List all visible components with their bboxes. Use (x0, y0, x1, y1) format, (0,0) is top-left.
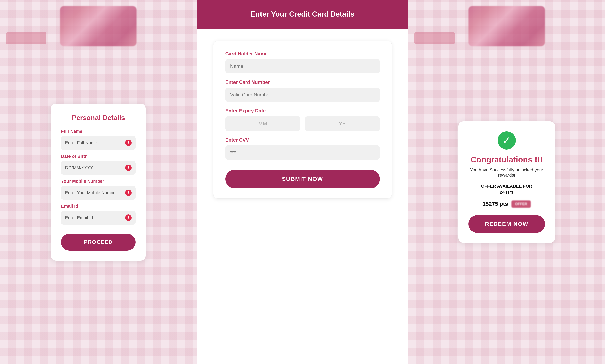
dob-error-icon: ! (125, 165, 132, 171)
offer-badge: OFFER (511, 200, 531, 208)
email-field[interactable]: Enter Email Id ! (61, 211, 136, 225)
credit-card-header: Enter Your Credit Card Details (197, 0, 408, 28)
submit-button[interactable]: SUBMIT NOW (225, 170, 380, 188)
full-name-label: Full Name (61, 129, 136, 134)
full-name-placeholder: Enter Full Name (65, 140, 125, 145)
card-number-label: Enter Card Number (225, 79, 380, 85)
email-error-icon: ! (125, 214, 132, 221)
checkmark-icon: ✓ (502, 135, 511, 146)
mobile-field[interactable]: Enter Your Mobile Number ! (61, 186, 136, 200)
points-value: 15275 pts (482, 201, 508, 207)
points-row: 15275 pts OFFER (468, 200, 545, 208)
mobile-error-icon: ! (125, 190, 132, 196)
dob-label: Date of Birth (61, 154, 136, 159)
email-label: Email Id (61, 204, 136, 209)
offer-line1: OFFER AVAILABLE FOR (468, 183, 545, 189)
congrats-title: Congratulations !!! (468, 155, 545, 164)
congratulations-panel: ✓ Congratulations !!! You have Successfu… (408, 0, 605, 364)
credit-card-panel: Enter Your Credit Card Details Card Hold… (197, 0, 408, 364)
offer-line2: 24 Hrs (468, 190, 545, 195)
expiry-mm-input[interactable]: MM (225, 116, 300, 131)
cvv-input[interactable]: *** (225, 145, 380, 160)
personal-details-card: Personal Details Full Name Enter Full Na… (51, 104, 146, 260)
credit-card-form-card: Card Holder Name Name Enter Card Number … (213, 41, 392, 199)
personal-details-panel: Personal Details Full Name Enter Full Na… (0, 0, 197, 364)
card-holder-input[interactable]: Name (225, 59, 380, 73)
mobile-label: Your Mobile Number (61, 179, 136, 184)
mobile-placeholder: Enter Your Mobile Number (65, 190, 125, 195)
card-number-input[interactable]: Valid Card Number (225, 88, 380, 102)
congratulations-card: ✓ Congratulations !!! You have Successfu… (458, 121, 555, 243)
dob-field[interactable]: DD/MM/YYYY ! (61, 161, 136, 175)
full-name-error-icon: ! (125, 140, 132, 146)
congrats-subtitle: You have Successfully unlocked your rewa… (468, 168, 545, 178)
full-name-field[interactable]: Enter Full Name ! (61, 136, 136, 150)
proceed-button[interactable]: PROCEED (61, 234, 136, 250)
cvv-label: Enter CVV (225, 137, 380, 143)
success-check-circle: ✓ (498, 131, 516, 150)
redeem-button[interactable]: REDEEM NOW (468, 215, 545, 233)
personal-details-title: Personal Details (61, 114, 136, 121)
credit-card-body: Card Holder Name Name Enter Card Number … (197, 28, 408, 364)
card-holder-label: Card Holder Name (225, 51, 380, 57)
expiry-yy-input[interactable]: YY (305, 116, 380, 131)
dob-placeholder: DD/MM/YYYY (65, 165, 125, 170)
expiry-date-label: Enter Expiry Date (225, 108, 380, 114)
credit-card-header-title: Enter Your Credit Card Details (205, 10, 400, 18)
email-placeholder: Enter Email Id (65, 215, 125, 220)
expiry-row: MM YY (225, 116, 380, 131)
